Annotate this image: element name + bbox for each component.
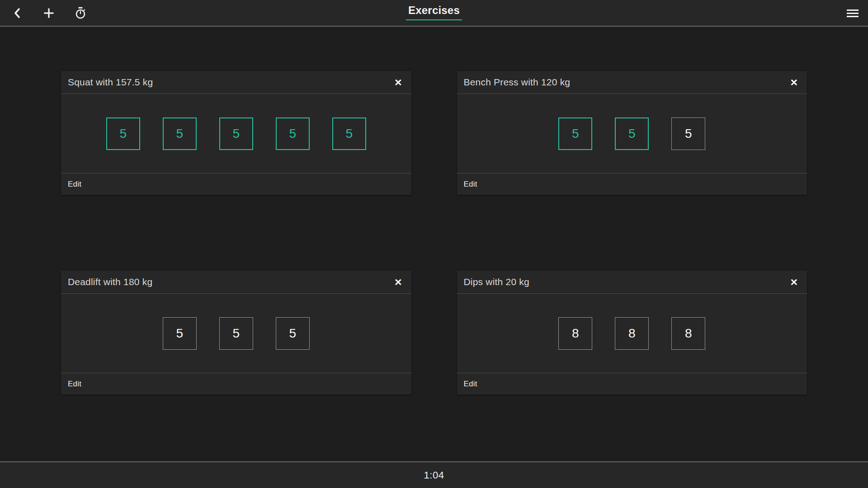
set-box-row: 555 <box>457 94 807 173</box>
set-box-done[interactable]: 5 <box>615 117 649 150</box>
set-box-done[interactable]: 5 <box>332 117 366 150</box>
exercise-card: Dips with 20 kg ✕ 888 Edit <box>457 271 807 394</box>
edit-button[interactable]: Edit <box>68 180 81 189</box>
close-icon[interactable]: ✕ <box>392 77 405 88</box>
set-box-done[interactable]: 5 <box>558 117 592 150</box>
set-box-row: 555 <box>61 294 411 373</box>
exercise-card-footer: Edit <box>457 173 807 195</box>
set-box-done[interactable]: 5 <box>163 117 197 150</box>
hamburger-menu-icon <box>847 9 859 17</box>
set-box-done[interactable]: 5 <box>106 117 140 150</box>
timer-button[interactable] <box>73 5 88 21</box>
close-icon[interactable]: ✕ <box>392 277 405 288</box>
exercise-card: Deadlift with 180 kg ✕ 555 Edit <box>61 271 411 394</box>
set-box-done[interactable]: 5 <box>219 117 253 150</box>
plus-icon <box>43 8 54 19</box>
set-box-pending[interactable]: 5 <box>671 117 705 150</box>
exercise-card-header: Bench Press with 120 kg ✕ <box>457 71 807 94</box>
back-chevron-icon <box>14 8 21 19</box>
set-box-pending[interactable]: 8 <box>671 317 705 350</box>
set-box-pending[interactable]: 8 <box>615 317 649 350</box>
set-box-row: 55555 <box>61 94 411 173</box>
exercise-card: Squat with 157.5 kg ✕ 55555 Edit <box>61 71 411 195</box>
exercise-card-footer: Edit <box>457 373 807 394</box>
exercise-card-header: Deadlift with 180 kg ✕ <box>61 271 411 294</box>
back-button[interactable] <box>9 5 25 21</box>
set-box-pending[interactable]: 5 <box>219 317 253 350</box>
edit-button[interactable]: Edit <box>68 380 81 389</box>
add-exercise-button[interactable] <box>41 5 57 21</box>
edit-button[interactable]: Edit <box>464 380 477 389</box>
bottom-bar: 1:04 <box>0 461 868 488</box>
page-title: Exercises <box>406 4 462 20</box>
close-icon[interactable]: ✕ <box>787 77 801 88</box>
set-box-done[interactable]: 5 <box>276 117 310 150</box>
close-icon[interactable]: ✕ <box>787 277 801 288</box>
set-box-pending[interactable]: 8 <box>558 317 592 350</box>
set-box-pending[interactable]: 5 <box>276 317 310 350</box>
exercise-card-header: Squat with 157.5 kg ✕ <box>61 71 411 94</box>
exercise-card-title: Deadlift with 180 kg <box>68 277 392 287</box>
menu-button[interactable] <box>845 5 860 21</box>
stopwatch-icon <box>75 7 86 19</box>
top-bar: Exercises <box>0 0 868 27</box>
exercise-card-header: Dips with 20 kg ✕ <box>457 271 807 294</box>
exercise-card-title: Dips with 20 kg <box>464 277 788 287</box>
exercise-card-footer: Edit <box>61 173 411 195</box>
exercise-card-title: Squat with 157.5 kg <box>68 77 392 88</box>
set-box-pending[interactable]: 5 <box>163 317 197 350</box>
exercise-grid: Squat with 157.5 kg ✕ 55555 Edit Bench P… <box>0 28 868 394</box>
edit-button[interactable]: Edit <box>464 180 477 189</box>
main-content: Squat with 157.5 kg ✕ 55555 Edit Bench P… <box>0 28 868 461</box>
rest-timer-value: 1:04 <box>424 469 444 481</box>
exercise-card: Bench Press with 120 kg ✕ 555 Edit <box>457 71 807 195</box>
set-box-row: 888 <box>457 294 807 373</box>
exercise-card-footer: Edit <box>61 373 411 394</box>
exercise-card-title: Bench Press with 120 kg <box>464 77 788 88</box>
